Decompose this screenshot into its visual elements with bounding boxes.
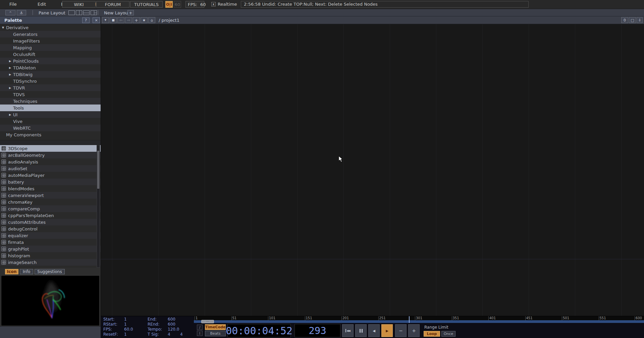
play-icon[interactable]: ▶ (381, 324, 393, 337)
palette-tree-item-derivative[interactable]: ▼Derivative (0, 24, 101, 31)
field-tempo-value[interactable]: 120.0 (168, 327, 179, 332)
palette-tree-item-imagefilters[interactable]: ImageFilters (0, 38, 101, 44)
palette-tree-item-tdableton[interactable]: ▶TDAbleton (0, 64, 101, 71)
palette-component-blendModes[interactable]: blendModes (0, 185, 101, 192)
layout-grid-button[interactable] (91, 10, 97, 15)
palette-tree-item-tdsynchro[interactable]: TDSynchro (0, 78, 101, 84)
palette-tree-item-tdbitwig[interactable]: ▶TDBitwig (0, 71, 101, 78)
network-path-breadcrumb[interactable]: / project1 (159, 18, 179, 23)
timeline-marker-button[interactable]: I (197, 331, 203, 336)
layout-vsplit-button[interactable] (76, 10, 82, 15)
close-icon[interactable]: × (93, 17, 100, 23)
scrollbar-thumb[interactable] (97, 151, 99, 189)
pane-type-dropdown[interactable]: ▼ (102, 17, 109, 23)
palette-tree-item-mapping[interactable]: Mapping (0, 44, 101, 51)
beats-mode-button[interactable]: Beats (205, 331, 226, 336)
menu-file[interactable]: File (9, 2, 17, 7)
palette-tree-item-ui[interactable]: ▶UI (0, 111, 101, 118)
palette-tree-item-my-components[interactable]: My Components (0, 131, 101, 138)
output-input-toggle[interactable]: O|I (165, 1, 173, 8)
timeline-ruler[interactable]: 151101151201251301351401451501551600 (194, 316, 644, 320)
palette-component-firmata[interactable]: firmata (0, 239, 101, 246)
palette-tree-item-vive[interactable]: Vive (0, 118, 101, 125)
step-back-button[interactable]: − (395, 324, 407, 337)
pane-maximize-icon[interactable]: ^ (5, 10, 15, 15)
palette-tree-item-pointclouds[interactable]: ▶PointClouds (0, 58, 101, 64)
realtime-toggle[interactable]: x Realtime (211, 2, 237, 7)
tree-arrow-icon[interactable]: ▶ (9, 113, 13, 116)
home-icon[interactable]: ⌂ (148, 17, 155, 23)
palette-component-imageSearch[interactable]: imageSearch (0, 259, 101, 266)
playhead[interactable] (409, 316, 410, 323)
tab-info[interactable]: Info (20, 269, 33, 274)
palette-tree-item-tools[interactable]: Tools (0, 105, 101, 111)
palette-component-customAttributes[interactable]: customAttributes (0, 219, 101, 225)
palette-tree-item-tdvr[interactable]: ▶TDVR (0, 84, 101, 91)
palette-tree-item-webrtc[interactable]: WebRTC (0, 125, 101, 131)
network-canvas[interactable] (101, 24, 644, 316)
layout-single-button[interactable] (68, 10, 75, 15)
field-fps-value[interactable]: 60.0 (124, 327, 133, 332)
tab-icon[interactable]: Icon (5, 269, 18, 274)
palette-splitter[interactable] (0, 140, 101, 145)
forum-button[interactable]: FORUM (96, 1, 129, 8)
timecode-mode-button[interactable]: TimeCode (205, 324, 226, 330)
palette-component-audioAnalysis[interactable]: audioAnalysis (0, 158, 101, 165)
play-reverse-icon[interactable]: ◀ (368, 324, 380, 337)
pause-icon[interactable] (355, 324, 367, 337)
realtime-checkbox[interactable]: x (211, 2, 216, 6)
tab-suggestions[interactable]: Suggestions (35, 269, 65, 274)
palette-component-chromaKey[interactable]: chromaKey (0, 199, 101, 205)
palette-tree-item-generators[interactable]: Generators (0, 31, 101, 38)
palette-component-audioSet[interactable]: audioSet (0, 165, 101, 172)
tree-arrow-icon[interactable]: ▶ (9, 86, 13, 89)
field-tsig-value2[interactable]: 4 (180, 332, 183, 337)
field-rstart-value[interactable]: 1 (124, 322, 127, 327)
field-tsig-value[interactable]: 4 (168, 332, 170, 337)
palette-tree-item-tdvs[interactable]: TDVS (0, 91, 101, 98)
field-start-value[interactable]: 1 (124, 317, 127, 322)
field-end-value[interactable]: 600 (168, 317, 175, 322)
tree-arrow-icon[interactable]: ▶ (9, 66, 13, 69)
palette-component-3DScope[interactable]: 3DScope (0, 145, 101, 152)
add-layout-button[interactable]: + (127, 10, 134, 15)
collapse-pane-icon[interactable]: ⇩ (637, 17, 643, 23)
palette-component-cameraViewport[interactable]: cameraViewport (0, 192, 101, 199)
palette-component-histogram[interactable]: histogram (0, 252, 101, 259)
add-bookmark-icon[interactable]: + (133, 17, 140, 23)
palette-component-compareComp[interactable]: compareComp (0, 205, 101, 212)
tree-arrow-icon[interactable]: ▼ (2, 26, 6, 29)
palette-component-debugControl[interactable]: debugControl (0, 225, 101, 232)
tree-arrow-icon[interactable]: ▶ (9, 60, 13, 63)
once-button[interactable]: Once (441, 331, 455, 337)
field-resetf-value[interactable]: 1 (124, 332, 127, 337)
palette-component-graphPlot[interactable]: graphPlot (0, 246, 101, 252)
palette-component-equalizer[interactable]: equalizer (0, 232, 101, 239)
zero-children-button[interactable]: 0 (621, 17, 628, 23)
stop-icon[interactable]: ■ (110, 17, 117, 23)
timeline-range-bar[interactable]: ⋯ (194, 320, 644, 323)
rewind-icon[interactable]: ◀◀ (342, 324, 354, 337)
menu-edit[interactable]: Edit (38, 2, 46, 7)
layout-hsplit-button[interactable] (83, 10, 90, 15)
palette-tree-item-oculusrift[interactable]: OculusRift (0, 51, 101, 58)
tree-arrow-icon[interactable]: ▶ (9, 73, 13, 76)
timeline-options-button[interactable]: / (197, 325, 203, 330)
anchor-icon[interactable]: ⚓ (17, 10, 26, 15)
palette-tree-item-techniques[interactable]: Techniques (0, 98, 101, 105)
star-icon[interactable]: ★ (141, 17, 148, 23)
forward-arrow-icon[interactable]: ⇨ (125, 17, 132, 23)
palette-component-battery[interactable]: battery (0, 179, 101, 185)
palette-component-autoMediaPlayer[interactable]: autoMediaPlayer (0, 172, 101, 179)
tutorials-button[interactable]: TUTORIALS (130, 1, 163, 8)
help-button[interactable]: ? (82, 17, 90, 23)
field-rend-value[interactable]: 600 (168, 322, 175, 327)
maximize-pane-icon[interactable]: □ (629, 17, 636, 23)
range-handle[interactable]: ⋯ (201, 320, 214, 323)
palette-component-arcBallGeometry[interactable]: arcBallGeometry (0, 152, 101, 158)
component-list-scrollbar[interactable] (97, 145, 100, 268)
palette-component-cppParsTemplateGen[interactable]: cppParsTemplateGen (0, 212, 101, 219)
loop-button[interactable]: Loop (424, 331, 440, 337)
back-arrow-icon[interactable]: ⇦ (117, 17, 124, 23)
wiki-button[interactable]: WIKI (62, 1, 96, 8)
